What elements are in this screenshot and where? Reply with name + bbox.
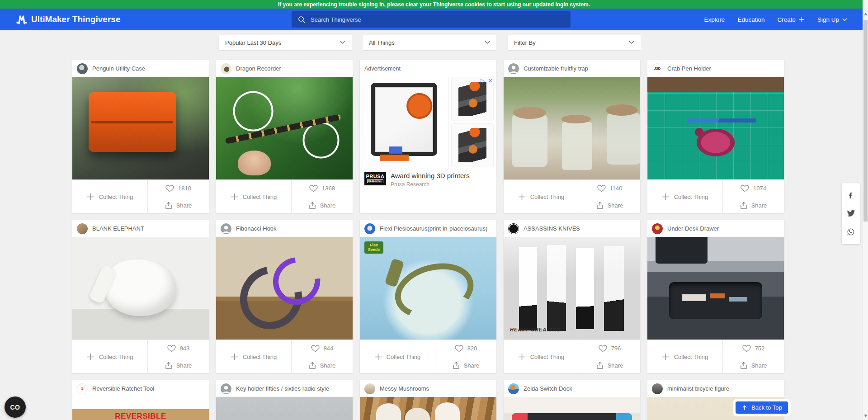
share-label: Share: [464, 362, 480, 369]
like-count: 752: [755, 345, 765, 352]
thing-image[interactable]: HEAVY CREA ORS: [504, 237, 640, 340]
brand-logo[interactable]: UltiMaker Thingiverse: [16, 9, 120, 30]
like-button[interactable]: 943: [148, 340, 209, 357]
creator-avatar: 5: [77, 383, 88, 394]
ad-choices-icon[interactable]: ▷: [481, 78, 485, 84]
collect-thing-button[interactable]: Collect Thing: [504, 340, 579, 373]
thing-card-header[interactable]: Under Desk Drawer: [647, 220, 784, 237]
creator-avatar: [364, 223, 375, 234]
share-button[interactable]: Share: [579, 197, 640, 213]
thing-card-header[interactable]: minimalist bicycle figure: [647, 380, 784, 397]
like-button[interactable]: 796: [579, 340, 640, 357]
thing-card-footer: Collect Thing 1074 Share: [647, 179, 784, 213]
like-button[interactable]: 844: [292, 340, 353, 357]
thing-card-header[interactable]: BLANK ELEPHANT: [72, 220, 209, 237]
thing-card-header[interactable]: Zelda Switch Dock: [504, 380, 640, 397]
page-scrollbar[interactable]: [863, 0, 868, 420]
cookie-consent-button[interactable]: CO: [5, 396, 26, 418]
thing-card-header[interactable]: ASSASSINS KNIVES: [504, 220, 640, 237]
share-icon: [165, 362, 172, 369]
thing-card: Dragon Recorder Collect Thing 1368: [216, 60, 353, 213]
ad-main-image[interactable]: [363, 77, 449, 167]
thing-image[interactable]: [72, 237, 209, 340]
ad-advertiser: Prusa Research: [391, 181, 470, 188]
search-box[interactable]: [292, 11, 571, 28]
thing-card-footer: Collect Thing 1810 Share: [72, 179, 209, 213]
ad-close-icon[interactable]: ✕: [488, 78, 493, 84]
notice-banner: If you are experiencing trouble signing …: [0, 0, 868, 9]
thing-image[interactable]: [72, 77, 209, 179]
share-button[interactable]: Share: [292, 357, 353, 373]
share-button[interactable]: Share: [723, 197, 784, 213]
ad-headline[interactable]: Award winning 3D printers: [391, 172, 470, 179]
thing-card-header[interactable]: 5 Reversible Ratchet Tool: [72, 380, 209, 397]
thing-image[interactable]: [216, 77, 353, 179]
thing-image[interactable]: Flex Seeds: [360, 237, 496, 340]
thing-image[interactable]: [360, 397, 496, 420]
creator-avatar: [508, 223, 519, 234]
like-count: 844: [324, 345, 334, 352]
thing-card-header[interactable]: J3D Crab Pen Holder: [647, 60, 784, 77]
thing-card-footer: Collect Thing 796 Share: [504, 340, 640, 373]
creator-avatar: [652, 223, 663, 234]
collect-thing-button[interactable]: Collect Thing: [216, 340, 292, 373]
share-button[interactable]: Share: [148, 357, 209, 373]
thing-card-header[interactable]: Dragon Recorder: [216, 60, 353, 77]
share-button[interactable]: Share: [148, 197, 209, 213]
advertisement-label: Advertisement: [360, 60, 496, 77]
thing-image[interactable]: REVERSIBLE: [72, 397, 209, 420]
share-button[interactable]: Share: [579, 357, 640, 373]
nav-create[interactable]: Create: [777, 16, 805, 23]
share-button[interactable]: Share: [723, 357, 784, 373]
thing-image[interactable]: [216, 237, 353, 340]
thing-card-header[interactable]: Fibonacci Hook: [216, 220, 353, 237]
like-button[interactable]: 1140: [579, 180, 640, 197]
facebook-share-button[interactable]: [847, 191, 855, 199]
collect-thing-button[interactable]: Collect Thing: [360, 340, 435, 373]
nav-sign-up[interactable]: Sign Up: [817, 16, 847, 23]
ad-caption[interactable]: PRUSA RESEARCH Award winning 3D printers…: [360, 167, 496, 188]
thing-image[interactable]: [647, 237, 784, 340]
collect-thing-button[interactable]: Collect Thing: [72, 340, 148, 373]
things-grid: Penguin Utility Case Collect Thing 1810: [72, 60, 791, 420]
like-button[interactable]: 1810: [148, 180, 209, 197]
plus-icon: [518, 193, 526, 201]
thing-card-header[interactable]: Messy Mushrooms: [360, 380, 496, 397]
scrollbar-up-arrow[interactable]: [864, 13, 868, 15]
thing-card-header[interactable]: Customizable fruitfly trap: [504, 60, 640, 77]
nav-education[interactable]: Education: [737, 16, 764, 23]
search-input[interactable]: [310, 16, 564, 24]
thing-card: ASSASSINS KNIVES HEAVY CREA ORS Collect …: [504, 220, 640, 373]
collect-thing-button[interactable]: Collect Thing: [504, 180, 579, 213]
thing-card-header[interactable]: Penguin Utility Case: [72, 60, 209, 77]
advertisement-media[interactable]: ▷ ✕: [363, 77, 494, 167]
category-dropdown[interactable]: All Things: [363, 35, 496, 50]
sort-dropdown[interactable]: Popular Last 30 Days: [219, 35, 352, 50]
thing-image[interactable]: [504, 77, 640, 179]
back-to-top-button[interactable]: Back to Top: [736, 401, 788, 414]
thing-image[interactable]: [504, 397, 640, 420]
collect-thing-button[interactable]: Collect Thing: [647, 340, 723, 373]
collect-thing-button[interactable]: Collect Thing: [216, 180, 292, 213]
like-button[interactable]: 752: [723, 340, 784, 357]
whatsapp-share-button[interactable]: [847, 228, 855, 236]
thing-card-header[interactable]: Flexi Plesiosaurus(print-in-placeiosauru…: [360, 220, 496, 237]
share-button[interactable]: Share: [292, 197, 353, 213]
like-button[interactable]: 1074: [723, 180, 784, 197]
like-button[interactable]: 1368: [292, 180, 353, 197]
like-button[interactable]: 820: [435, 340, 496, 357]
scrollbar-down-arrow[interactable]: [864, 415, 868, 417]
collect-thing-button[interactable]: Collect Thing: [647, 180, 723, 213]
collect-thing-button[interactable]: Collect Thing: [72, 180, 148, 213]
filter-by-dropdown[interactable]: Filter By: [508, 35, 641, 50]
thing-meta: 796 Share: [579, 340, 640, 373]
heart-icon: [599, 344, 607, 352]
thing-card-header[interactable]: Key holder fifties / sixties radio style: [216, 380, 353, 397]
scrollbar-thumb[interactable]: [863, 20, 868, 222]
twitter-share-button[interactable]: [847, 210, 855, 217]
share-button[interactable]: Share: [435, 357, 496, 373]
nav-explore[interactable]: Explore: [704, 16, 725, 23]
ad-thumb-image[interactable]: [451, 123, 494, 168]
thing-image[interactable]: [647, 77, 784, 179]
thing-image[interactable]: [216, 397, 353, 420]
